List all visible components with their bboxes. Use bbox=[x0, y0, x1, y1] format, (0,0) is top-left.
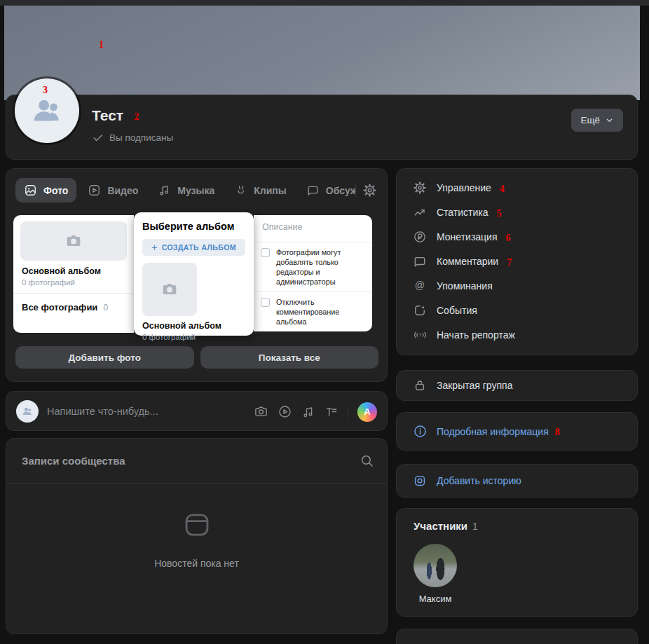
post-composer: Напишите что-нибудь... A bbox=[6, 391, 388, 431]
story-camera-icon bbox=[413, 474, 428, 488]
annotation-6: 6 bbox=[506, 233, 511, 243]
photo-actions: Добавить фото Показать все bbox=[15, 346, 378, 369]
news-box-icon bbox=[181, 509, 213, 541]
page-title: Тест bbox=[92, 107, 123, 124]
menu-label: Упоминания bbox=[437, 280, 493, 292]
ruble-icon bbox=[413, 230, 428, 244]
checkbox-editors-only[interactable] bbox=[261, 248, 270, 257]
menu-label: Монетизация bbox=[437, 231, 498, 242]
search-icon[interactable] bbox=[360, 453, 374, 468]
tab-video[interactable]: Видео bbox=[79, 178, 146, 203]
album-thumbnail[interactable] bbox=[20, 221, 127, 261]
create-album-button[interactable]: + СОЗДАТЬ АЛЬБОМ bbox=[142, 239, 245, 256]
member-item[interactable]: Максим bbox=[414, 544, 457, 604]
album-picker-popup: Выберите альбом + СОЗДАТЬ АЛЬБОМ Основно… bbox=[134, 212, 254, 336]
tab-clips[interactable]: Клипы bbox=[226, 178, 294, 203]
menu-item-events[interactable]: События bbox=[397, 298, 637, 322]
music-icon bbox=[158, 184, 171, 197]
menu-label: Управление bbox=[437, 182, 491, 193]
add-photo-button[interactable]: Добавить фото bbox=[15, 346, 194, 369]
gear-icon bbox=[413, 181, 428, 195]
chevron-down-icon bbox=[605, 116, 614, 125]
show-all-button[interactable]: Показать все bbox=[200, 346, 379, 369]
tab-label: Фото bbox=[43, 185, 68, 196]
detailed-info-link[interactable]: Подробная информация 8 bbox=[396, 412, 638, 451]
picker-title: Выберите альбом bbox=[134, 212, 254, 232]
menu-item-monetization[interactable]: Монетизация 6 bbox=[397, 224, 637, 249]
all-photos-count: 0 bbox=[103, 303, 108, 313]
lock-icon bbox=[413, 378, 428, 392]
svg-text:@: @ bbox=[415, 280, 425, 291]
tab-label: Музыка bbox=[177, 185, 214, 196]
posts-divider bbox=[6, 483, 387, 484]
annotation-7: 7 bbox=[507, 258, 512, 268]
tab-music[interactable]: Музыка bbox=[149, 178, 223, 203]
plus-icon: + bbox=[151, 242, 158, 253]
checkbox-disable-comments[interactable] bbox=[261, 298, 270, 307]
album-count: 0 фотографий bbox=[142, 333, 245, 341]
add-story-link[interactable]: Добавить историю bbox=[396, 464, 638, 498]
svg-text:т: т bbox=[419, 332, 422, 337]
clips-icon bbox=[234, 184, 247, 197]
menu-item-mentions[interactable]: @ Упоминания bbox=[397, 273, 637, 298]
community-posts: Записи сообщества Новостей пока нет bbox=[6, 438, 388, 634]
people-icon bbox=[29, 93, 65, 129]
tab-label: Обсуждения bbox=[326, 185, 355, 196]
annotation-2: 2 bbox=[135, 111, 139, 122]
setting-row: Фотографии могут добавлять только редакт… bbox=[254, 242, 372, 292]
composer-divider bbox=[348, 406, 348, 418]
menu-item-live[interactable]: т Начать репортаж bbox=[397, 322, 637, 347]
members-title: Участники1 bbox=[414, 520, 478, 532]
tab-photos[interactable]: Фото bbox=[15, 178, 76, 203]
attach-photo-icon[interactable] bbox=[254, 404, 268, 419]
community-avatar[interactable]: 3 bbox=[15, 78, 79, 143]
posts-title: Записи сообщества bbox=[22, 455, 125, 467]
album-thumbnail[interactable] bbox=[142, 263, 197, 316]
more-label: Ещё bbox=[580, 115, 600, 125]
album-list-panel: Основной альбом 0 фотографий Все фотогра… bbox=[13, 215, 134, 333]
menu-item-management[interactable]: Управление 4 bbox=[397, 175, 637, 200]
add-story-label: Добавить историю bbox=[437, 475, 521, 486]
more-button[interactable]: Ещё bbox=[571, 109, 623, 132]
member-avatar[interactable] bbox=[414, 544, 457, 587]
album-name[interactable]: Основной альбом bbox=[142, 321, 245, 331]
annotation-8: 8 bbox=[555, 427, 560, 437]
composer-input[interactable]: Напишите что-нибудь... bbox=[47, 406, 158, 417]
content-tabs: Фото Видео Музыка Клипы bbox=[15, 178, 380, 203]
detailed-info-label: Подробная информация bbox=[437, 426, 549, 437]
annotation-4: 4 bbox=[500, 184, 505, 194]
annotation-5: 5 bbox=[497, 209, 502, 219]
composer-avatar bbox=[16, 400, 39, 423]
album-name[interactable]: Основной альбом bbox=[22, 266, 125, 276]
photos-widget: Фото Видео Музыка Клипы bbox=[6, 168, 388, 382]
at-icon: @ bbox=[413, 279, 428, 293]
subscribed-label: Вы подписаны bbox=[109, 132, 173, 143]
check-icon bbox=[92, 132, 104, 144]
checkbox-label: Фотографии могут добавлять только редакт… bbox=[276, 247, 365, 287]
all-photos-link[interactable]: Все фотографии 0 bbox=[13, 300, 134, 313]
checkbox-label: Отключить комментирование альбома bbox=[276, 297, 365, 327]
create-album-label: СОЗДАТЬ АЛЬБОМ bbox=[162, 243, 236, 252]
tabs-settings-gear-icon[interactable] bbox=[360, 180, 380, 200]
info-icon bbox=[413, 424, 428, 439]
discussion-icon bbox=[306, 184, 320, 197]
member-name: Максим bbox=[414, 594, 457, 604]
attach-video-icon[interactable] bbox=[278, 404, 292, 419]
statistics-icon bbox=[413, 205, 428, 219]
community-page: 1 Тест 2 Вы подписаны Ещё bbox=[0, 0, 649, 644]
album-settings-panel: Описание Фотографии могут добавлять толь… bbox=[254, 215, 372, 331]
tabs-divider bbox=[355, 184, 356, 198]
artist-badge[interactable]: A bbox=[357, 402, 377, 422]
comment-icon bbox=[413, 254, 428, 268]
tab-discussions[interactable]: Обсуждения bbox=[298, 178, 355, 203]
attach-poll-icon[interactable] bbox=[324, 405, 339, 419]
menu-item-statistics[interactable]: Статистика 5 bbox=[397, 200, 637, 224]
members-title-text: Участники bbox=[414, 520, 467, 532]
cover-image: 1 bbox=[4, 6, 640, 100]
description-input[interactable]: Описание bbox=[254, 215, 372, 232]
attach-music-icon[interactable] bbox=[301, 405, 315, 419]
album-count: 0 фотографий bbox=[22, 278, 125, 287]
menu-label: Начать репортаж bbox=[437, 329, 515, 341]
menu-item-comments[interactable]: Комментарии 7 bbox=[397, 249, 637, 273]
subscribed-status: Вы подписаны bbox=[92, 132, 173, 144]
